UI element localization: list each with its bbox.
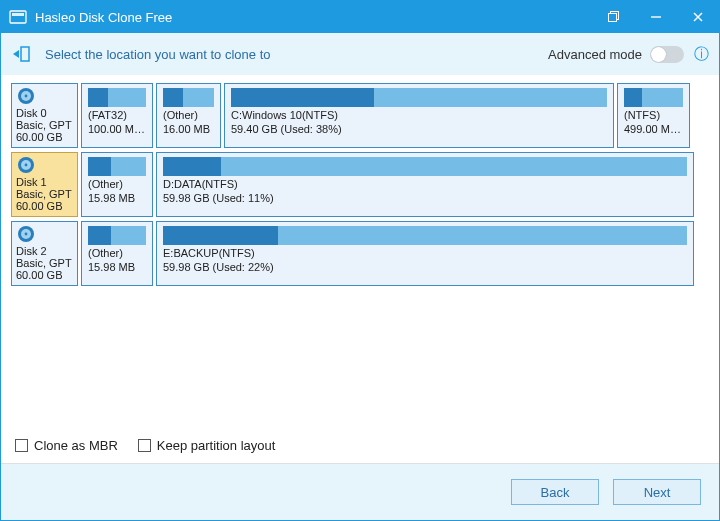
- partition-label: (FAT32): [88, 109, 146, 121]
- partition-label: (Other): [88, 247, 146, 259]
- checkbox-icon: [15, 439, 28, 452]
- disk-type: Basic, GPT: [16, 188, 73, 200]
- partition-cell[interactable]: (NTFS)499.00 MB ...: [617, 83, 690, 148]
- partition-cell[interactable]: D:DATA(NTFS)59.98 GB (Used: 11%): [156, 152, 694, 217]
- partition-size: 59.40 GB (Used: 38%): [231, 123, 607, 135]
- partition-size: 59.98 GB (Used: 22%): [163, 261, 687, 273]
- disk-header-disk0[interactable]: Disk 0Basic, GPT60.00 GB: [11, 83, 78, 148]
- app-title: Hasleo Disk Clone Free: [35, 10, 172, 25]
- usage-bar: [163, 88, 214, 107]
- svg-rect-0: [10, 11, 26, 23]
- partition-size: 59.98 GB (Used: 11%): [163, 192, 687, 204]
- disk-name: Disk 0: [16, 107, 73, 119]
- partition-size: 15.98 MB: [88, 261, 146, 273]
- subheader: Select the location you want to clone to…: [1, 33, 719, 75]
- disk-name: Disk 2: [16, 245, 73, 257]
- svg-point-11: [25, 95, 28, 98]
- close-button[interactable]: [677, 1, 719, 33]
- partition-size: 499.00 MB ...: [624, 123, 683, 135]
- svg-point-14: [25, 164, 28, 167]
- partition-size: 16.00 MB: [163, 123, 214, 135]
- next-button[interactable]: Next: [613, 479, 701, 505]
- disk-row[interactable]: Disk 0Basic, GPT60.00 GB(FAT32)100.00 MB…: [11, 83, 709, 148]
- disk-type: Basic, GPT: [16, 257, 73, 269]
- restore-button[interactable]: [593, 1, 635, 33]
- disk-size: 60.00 GB: [16, 269, 73, 281]
- disk-name: Disk 1: [16, 176, 73, 188]
- disk-size: 60.00 GB: [16, 200, 73, 212]
- usage-bar: [231, 88, 607, 107]
- partition-cell[interactable]: (Other)16.00 MB: [156, 83, 221, 148]
- partition-size: 100.00 MB ...: [88, 123, 146, 135]
- disk-row[interactable]: Disk 1Basic, GPT60.00 GB(Other)15.98 MBD…: [11, 152, 709, 217]
- checkbox-icon: [138, 439, 151, 452]
- partition-label: C:Windows 10(NTFS): [231, 109, 607, 121]
- titlebar: Hasleo Disk Clone Free: [1, 1, 719, 33]
- disk-header-disk1[interactable]: Disk 1Basic, GPT60.00 GB: [11, 152, 78, 217]
- app-icon: [9, 8, 27, 26]
- usage-bar: [88, 226, 146, 245]
- disk-type: Basic, GPT: [16, 119, 73, 131]
- footer: Back Next: [1, 464, 719, 520]
- hard-disk-icon: [16, 86, 36, 106]
- partition-label: (Other): [88, 178, 146, 190]
- hard-disk-icon: [16, 224, 36, 244]
- subheader-text: Select the location you want to clone to: [45, 47, 270, 62]
- disk-list: Disk 0Basic, GPT60.00 GB(FAT32)100.00 MB…: [1, 75, 719, 294]
- clone-as-mbr-label: Clone as MBR: [34, 438, 118, 453]
- hard-disk-icon: [16, 155, 36, 175]
- keep-layout-checkbox[interactable]: Keep partition layout: [138, 438, 276, 453]
- info-icon[interactable]: ⓘ: [694, 45, 709, 64]
- partition-cell[interactable]: (FAT32)100.00 MB ...: [81, 83, 153, 148]
- usage-bar: [88, 88, 146, 107]
- partition-label: (NTFS): [624, 109, 683, 121]
- partition-size: 15.98 MB: [88, 192, 146, 204]
- clone-target-icon: [11, 44, 31, 64]
- options-bar: Clone as MBR Keep partition layout: [1, 428, 719, 464]
- back-button[interactable]: Back: [511, 479, 599, 505]
- partition-label: (Other): [163, 109, 214, 121]
- minimize-button[interactable]: [635, 1, 677, 33]
- svg-rect-3: [609, 14, 617, 22]
- usage-bar: [88, 157, 146, 176]
- partition-cell[interactable]: (Other)15.98 MB: [81, 152, 153, 217]
- partition-cell[interactable]: C:Windows 10(NTFS)59.40 GB (Used: 38%): [224, 83, 614, 148]
- svg-rect-1: [12, 13, 24, 16]
- partition-label: E:BACKUP(NTFS): [163, 247, 687, 259]
- keep-layout-label: Keep partition layout: [157, 438, 276, 453]
- partition-label: D:DATA(NTFS): [163, 178, 687, 190]
- usage-bar: [163, 157, 687, 176]
- clone-as-mbr-checkbox[interactable]: Clone as MBR: [15, 438, 118, 453]
- partition-cell[interactable]: (Other)15.98 MB: [81, 221, 153, 286]
- usage-bar: [163, 226, 687, 245]
- disk-row[interactable]: Disk 2Basic, GPT60.00 GB(Other)15.98 MBE…: [11, 221, 709, 286]
- svg-rect-7: [21, 47, 29, 61]
- usage-bar: [624, 88, 683, 107]
- advanced-mode-toggle[interactable]: [650, 46, 684, 63]
- disk-header-disk2[interactable]: Disk 2Basic, GPT60.00 GB: [11, 221, 78, 286]
- advanced-mode-label: Advanced mode: [548, 47, 642, 62]
- svg-marker-8: [13, 50, 19, 58]
- svg-point-17: [25, 233, 28, 236]
- disk-size: 60.00 GB: [16, 131, 73, 143]
- partition-cell[interactable]: E:BACKUP(NTFS)59.98 GB (Used: 22%): [156, 221, 694, 286]
